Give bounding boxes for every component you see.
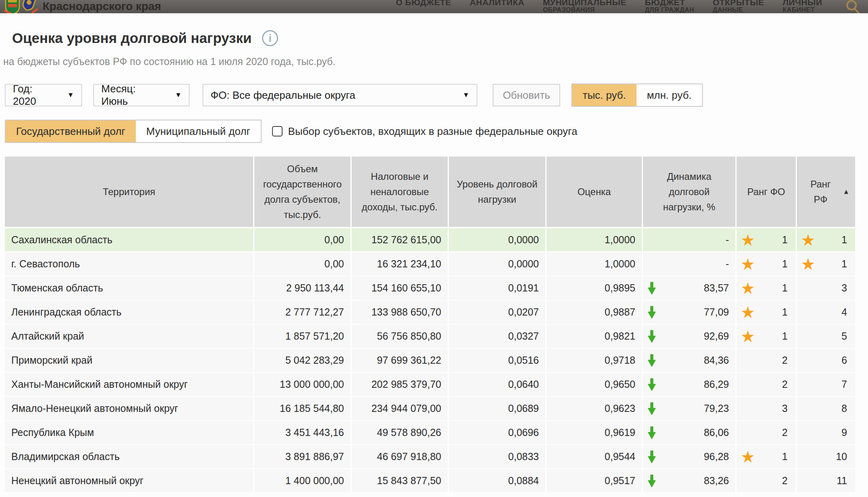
refresh-button[interactable]: Обновить: [493, 84, 560, 106]
score-cell: 0,9821: [547, 325, 643, 348]
debt-volume-cell: 0,00: [254, 228, 352, 251]
nav-label: ОТКРЫТЫЕ: [713, 0, 764, 7]
col-header-debt-volume[interactable]: Объем государственного долга субъектов, …: [254, 157, 352, 227]
rank-rf-value: 4: [841, 306, 847, 318]
col-header-rank-rf[interactable]: Ранг РФ ▲: [797, 157, 855, 227]
units-million-rub[interactable]: млн. руб.: [637, 84, 702, 106]
nav-item-about-budget[interactable]: О БЮДЖЕТЕ: [396, 0, 451, 7]
table-header-row: Территория Объем государственного долга …: [5, 157, 855, 227]
arrow-down-icon: [648, 282, 656, 295]
dynamic-cell: 77,09: [643, 301, 737, 324]
debt-level-cell: 0,0884: [449, 469, 547, 492]
dynamic-value: 77,09: [704, 306, 729, 318]
star-icon: ★: [741, 328, 755, 344]
rank-rf-cell: 4: [797, 301, 855, 324]
nav-item-personal-account[interactable]: ЛИЧНЫЙ КАБИНЕТ: [783, 0, 822, 13]
col-header-territory[interactable]: Территория: [5, 157, 254, 227]
debt-level-cell: 0,0327: [449, 325, 547, 348]
rank-rf-value: 1: [841, 234, 847, 246]
rank-fo-cell: ★1: [737, 301, 797, 324]
score-cell: 0,9619: [547, 421, 643, 444]
debt-type-row: Государственный долг Муниципальный долг …: [5, 120, 868, 143]
nav-label: БЮДЖЕТ: [645, 0, 694, 7]
territory-cell: г. Севастополь: [5, 253, 254, 275]
tax-income-cell: 234 944 079,00: [352, 397, 449, 420]
star-icon: ★: [801, 232, 815, 248]
dynamic-value: 86,06: [704, 427, 729, 438]
table-row: г. Севастополь0,0016 321 234,100,00001,0…: [5, 253, 855, 275]
year-dropdown-value: Год: 2020: [13, 83, 57, 108]
month-dropdown[interactable]: Месяц: Июнь ▼: [93, 84, 190, 106]
rank-fo-value: 2: [782, 427, 788, 438]
territory-cell: Ненецкий автономный округ: [5, 469, 254, 492]
rank-fo-value: 2: [782, 354, 788, 366]
month-dropdown-value: Месяц: Июнь: [101, 83, 164, 108]
dynamic-cell: -: [643, 253, 737, 275]
page-subtitle: на бюджеты субъектов РФ по состоянию на …: [3, 56, 868, 67]
tax-income-cell: 152 762 615,00: [352, 228, 449, 251]
col-header-rank-fo[interactable]: Ранг ФО: [737, 157, 797, 227]
site-brand[interactable]: Краснодарского края: [2, 0, 161, 13]
col-header-tax-income[interactable]: Налоговые и неналоговые доходы, тыс.руб.: [352, 157, 449, 227]
col-header-score[interactable]: Оценка: [547, 157, 643, 227]
rank-rf-cell: 11: [797, 469, 855, 492]
nav-label-line2: КАБИНЕТ: [783, 7, 822, 13]
col-header-debt-level[interactable]: Уровень долговой нагрузки: [449, 157, 547, 227]
debt-level-cell: 0,0000: [449, 228, 547, 251]
multi-district-option: Выбор субъектов, входящих в разные федер…: [272, 125, 577, 138]
rank-fo-cell: ★1: [737, 253, 797, 275]
col-header-rank-rf-label: Ранг РФ: [802, 177, 839, 207]
federal-districts-checkbox[interactable]: [272, 126, 283, 136]
table-row: Владимирская область3 891 886,9746 697 9…: [5, 445, 855, 468]
nav-item-open-data[interactable]: ОТКРЫТЫЕ ДАННЫЕ: [713, 0, 764, 13]
score-cell: 1,0000: [547, 253, 643, 275]
dynamic-value: 83,57: [704, 282, 729, 294]
tax-income-cell: 15 843 877,50: [352, 469, 449, 492]
top-navigation-bar: Краснодарского края О БЮДЖЕТЕ АНАЛИТИКА …: [0, 0, 868, 13]
rank-rf-value: 7: [841, 379, 847, 390]
main-nav: О БЮДЖЕТЕ АНАЛИТИКА МУНИЦИПАЛЬНЫЕ ОБРАЗО…: [396, 0, 868, 13]
star-icon: ★: [741, 280, 755, 296]
tax-income-cell: 97 699 361,22: [352, 349, 449, 372]
debt-level-cell: 0,0696: [449, 421, 547, 444]
units-thousand-rub[interactable]: тыс. руб.: [572, 84, 637, 106]
rank-rf-cell: 7: [797, 373, 855, 396]
year-dropdown[interactable]: Год: 2020 ▼: [5, 84, 82, 106]
dynamic-value: 83,26: [704, 475, 729, 487]
debt-level-cell: 0,0207: [449, 301, 547, 324]
info-icon[interactable]: i: [262, 30, 278, 46]
debt-volume-cell: 13 000 000,00: [254, 373, 352, 396]
star-icon: ★: [741, 256, 755, 272]
dynamic-cell: 96,28: [643, 445, 737, 468]
tab-state-debt[interactable]: Государственный долг: [6, 120, 136, 142]
table-row: Ямало-Ненецкий автономный округ16 185 54…: [5, 397, 855, 420]
tab-municipal-debt[interactable]: Муниципальный долг: [136, 120, 261, 142]
rank-rf-cell: 6: [797, 349, 855, 372]
debt-level-cell: 0,0640: [449, 373, 547, 396]
rank-rf-value: 1: [841, 258, 847, 270]
nav-item-analytics[interactable]: АНАЛИТИКА: [470, 0, 524, 7]
nav-item-municipalities[interactable]: МУНИЦИПАЛЬНЫЕ ОБРАЗОВАНИЯ: [543, 0, 626, 13]
dynamic-value: 86,29: [704, 379, 729, 390]
rank-rf-value: 10: [836, 451, 847, 462]
chevron-down-icon: ▼: [175, 91, 182, 99]
nav-label: О БЮДЖЕТЕ: [396, 0, 451, 7]
search-button[interactable]: [845, 0, 861, 13]
tax-income-cell: 46 697 918,80: [352, 445, 449, 468]
rank-rf-value: 8: [841, 403, 847, 414]
table-row: Приморский край5 042 283,2997 699 361,22…: [5, 349, 855, 372]
star-icon: ★: [741, 232, 755, 248]
rank-fo-value: 3: [782, 403, 788, 414]
rank-rf-value: 5: [841, 330, 847, 342]
table-row: Ленинградская область2 777 712,27133 988…: [5, 301, 855, 324]
chevron-down-icon: ▼: [463, 91, 469, 99]
federal-district-dropdown[interactable]: ФО: Все федеральные округа ▼: [203, 84, 477, 106]
col-header-dynamic[interactable]: Динамика долговой нагрузки, %: [643, 157, 737, 227]
debt-volume-cell: 2 950 113,44: [254, 277, 352, 299]
tax-income-cell: 202 985 379,70: [352, 373, 449, 396]
territory-cell: Приморский край: [5, 349, 254, 372]
rank-rf-cell: 3: [797, 277, 855, 299]
nav-label-line2: ДЛЯ ГРАЖДАН: [645, 7, 694, 13]
nav-item-citizens-budget[interactable]: БЮДЖЕТ ДЛЯ ГРАЖДАН: [645, 0, 694, 13]
table-row: Ненецкий автономный округ1 400 000,0015 …: [5, 469, 855, 492]
